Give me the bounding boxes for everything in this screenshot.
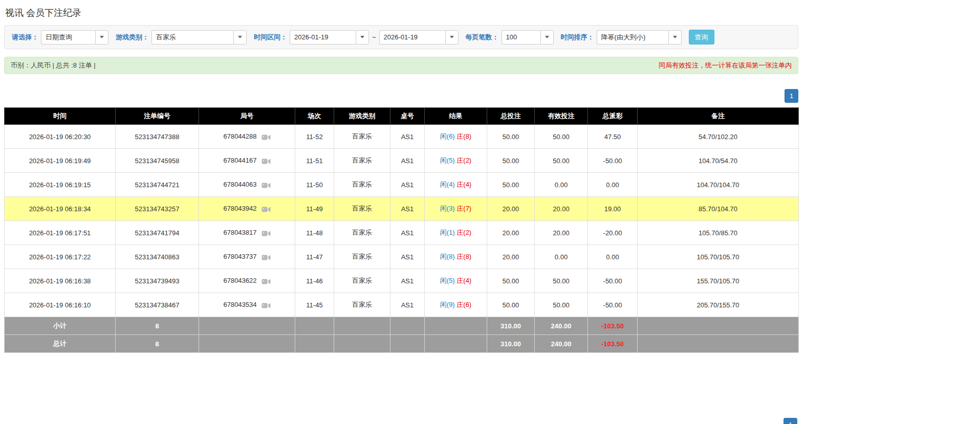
date-to-input[interactable] [379, 30, 445, 44]
query-type-select [41, 30, 108, 44]
cell-result: 闲(9) 庄(6) [425, 293, 487, 317]
cell-remark: 105.70/85.70 [638, 221, 799, 245]
cell-session: 11-45 [295, 293, 334, 317]
cell-payout: 0.00 [588, 173, 638, 197]
cell-total-bet[interactable]: 50.00 [487, 293, 535, 317]
cell-time: 2026-01-19 06:16:10 [5, 293, 116, 317]
game-type-caret-button[interactable] [233, 30, 247, 44]
page: 视讯 会员下注纪录 请选择： 游戏类别： 时间区间： ~ 每页笔数 [0, 0, 980, 424]
cell-bet-id: 523134744721 [116, 173, 199, 197]
game-type-select [151, 30, 247, 44]
cell-total-bet[interactable]: 20.00 [487, 245, 535, 269]
summary-empty-table [390, 317, 425, 335]
cell-valid-bet: 0.00 [535, 245, 588, 269]
cell-total-bet[interactable]: 20.00 [487, 197, 535, 221]
date-to-caret-button[interactable] [445, 30, 459, 44]
cell-time: 2026-01-19 06:20:30 [5, 125, 116, 149]
cell-payout: -50.00 [588, 293, 638, 317]
page-title: 视讯 会员下注纪录 [4, 0, 798, 25]
video-replay-icon[interactable] [262, 158, 271, 165]
page-number-button[interactable]: 1 [785, 89, 798, 103]
chevron-down-icon [450, 36, 454, 38]
round-id-text: 678043817 [223, 229, 256, 236]
round-id-text: 678044063 [223, 181, 256, 188]
cell-round-id: 678043534 [199, 293, 295, 317]
cell-session: 11-47 [295, 245, 334, 269]
cell-session: 11-52 [295, 125, 334, 149]
cell-payout: 0.00 [588, 245, 638, 269]
cell-round-id: 678043622 [199, 269, 295, 293]
cell-payout: 47.50 [588, 125, 638, 149]
cell-total-bet[interactable]: 50.00 [487, 149, 535, 173]
search-button[interactable]: 查询 [689, 30, 714, 44]
video-replay-icon[interactable] [262, 278, 271, 285]
video-replay-icon[interactable] [262, 182, 271, 189]
cell-result: 闲(8) 庄(8) [425, 245, 487, 269]
summary-empty-remark [638, 335, 799, 353]
cell-session: 11-46 [295, 269, 334, 293]
cell-total-bet[interactable]: 50.00 [487, 269, 535, 293]
round-id-text: 678043534 [223, 301, 256, 308]
cell-result: 闲(4) 庄(4) [425, 173, 487, 197]
cell-bet-id: 523134738467 [116, 293, 199, 317]
video-replay-icon[interactable] [262, 134, 271, 141]
per-page-caret-button[interactable] [540, 30, 554, 44]
game-type-input[interactable] [151, 30, 233, 44]
result-banker: 庄(2) [456, 229, 471, 236]
cell-time: 2026-01-19 06:19:15 [5, 173, 116, 197]
per-page-select [502, 30, 554, 44]
chevron-down-icon [360, 36, 364, 38]
cell-payout: 19.00 [588, 197, 638, 221]
query-type-input[interactable] [41, 30, 95, 44]
chevron-down-icon [545, 36, 549, 38]
chevron-down-icon [100, 36, 104, 38]
video-replay-icon[interactable] [262, 230, 271, 237]
result-player: 闲(5) [440, 277, 455, 284]
page-number-button[interactable]: 1 [783, 418, 797, 424]
summary-empty-round [199, 335, 295, 353]
column-header: 局号 [199, 108, 295, 125]
bottom-pagination: 1 [783, 418, 797, 424]
video-replay-icon[interactable] [262, 254, 271, 261]
result-player: 闲(3) [440, 205, 455, 212]
round-id-text: 678044167 [223, 157, 256, 164]
column-header: 备注 [638, 108, 799, 125]
date-from-caret-button[interactable] [356, 30, 369, 44]
query-type-label: 请选择： [12, 33, 38, 42]
bet-row: 2026-01-19 06:17:22523134740863678043737… [5, 245, 799, 269]
cell-round-id: 678043737 [199, 245, 295, 269]
sort-order-label: 时间排序： [561, 33, 594, 42]
cell-total-bet[interactable]: 50.00 [487, 125, 535, 149]
chevron-down-icon [238, 36, 242, 38]
video-replay-icon[interactable] [262, 302, 271, 309]
sort-order-input[interactable] [597, 30, 668, 44]
filter-bar: 请选择： 游戏类别： 时间区间： ~ 每页笔数： [4, 25, 798, 49]
query-type-caret-button[interactable] [95, 30, 108, 44]
column-header: 总投注 [487, 108, 535, 125]
cell-result: 闲(1) 庄(2) [425, 221, 487, 245]
date-from-input[interactable] [290, 30, 356, 44]
cell-remark: 205.70/155.70 [638, 293, 799, 317]
round-id-text: 678043942 [223, 205, 256, 212]
cell-time: 2026-01-19 06:19:49 [5, 149, 116, 173]
sort-order-caret-button[interactable] [668, 30, 682, 44]
summary-empty-round [199, 317, 295, 335]
cell-bet-id: 523134741794 [116, 221, 199, 245]
bet-row: 2026-01-19 06:19:15523134744721678044063… [5, 173, 799, 197]
cell-round-id: 678043942 [199, 197, 295, 221]
summary-empty-remark [638, 317, 799, 335]
column-header: 游戏类别 [334, 108, 390, 125]
video-replay-icon[interactable] [262, 206, 271, 213]
summary-payout: -103.50 [588, 335, 638, 353]
summary-count: 8 [116, 317, 199, 335]
cell-game-type: 百家乐 [334, 293, 390, 317]
result-banker: 庄(4) [456, 277, 471, 284]
cell-remark: 54.70/102.20 [638, 125, 799, 149]
summary-row: 总计8310.00240.00-103.50 [5, 335, 799, 353]
cell-valid-bet: 20.00 [535, 197, 588, 221]
cell-total-bet[interactable]: 20.00 [487, 221, 535, 245]
cell-remark: 104.70/104.70 [638, 173, 799, 197]
cell-remark: 85.70/104.70 [638, 197, 799, 221]
per-page-input[interactable] [502, 30, 540, 44]
cell-total-bet[interactable]: 50.00 [487, 173, 535, 197]
